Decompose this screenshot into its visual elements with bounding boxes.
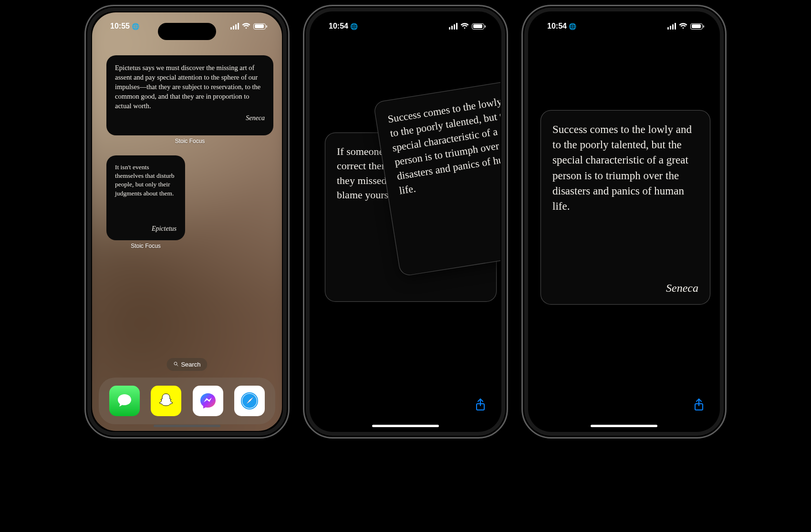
widget-small-label: Stoic Focus — [106, 243, 185, 249]
battery-icon — [472, 23, 484, 30]
widget-large-author: Seneca — [115, 111, 265, 122]
wifi-icon — [679, 23, 687, 30]
snapchat-app-icon[interactable] — [151, 386, 181, 416]
spotlight-search-button[interactable]: Search — [166, 358, 207, 371]
mute-switch[interactable] — [303, 68, 304, 82]
stoic-focus-widget-large[interactable]: Epictetus says we must discover the miss… — [106, 55, 273, 135]
dynamic-island[interactable] — [376, 23, 435, 40]
quote-author: Seneca — [552, 282, 698, 295]
location-services-icon: 🌐 — [132, 23, 139, 30]
quote-card[interactable]: Success comes to the lowly and to the po… — [541, 110, 710, 305]
screen-home: 10:55 🌐 Epictetus says we must discover … — [92, 12, 282, 431]
share-button[interactable] — [475, 398, 486, 414]
power-button[interactable] — [507, 102, 508, 143]
power-button[interactable] — [725, 102, 727, 143]
location-services-icon: 🌐 — [569, 23, 576, 30]
svg-line-1 — [177, 365, 178, 366]
home-indicator[interactable] — [154, 425, 220, 427]
home-indicator[interactable] — [372, 425, 439, 427]
battery-icon — [253, 23, 266, 30]
cellular-signal-icon — [230, 23, 239, 30]
safari-app-icon[interactable] — [234, 386, 265, 416]
mute-switch[interactable] — [84, 68, 86, 82]
home-indicator[interactable] — [591, 425, 657, 427]
power-button[interactable] — [288, 102, 290, 143]
phone-frame-home: 10:55 🌐 Epictetus says we must discover … — [84, 5, 290, 439]
dynamic-island[interactable] — [595, 23, 653, 40]
status-time: 10:55 — [110, 22, 130, 31]
share-button[interactable] — [693, 398, 705, 414]
mute-switch[interactable] — [521, 68, 523, 82]
quote-text: Success comes to the lowly and to the po… — [552, 122, 698, 214]
widget-large-quote: Epictetus says we must discover the miss… — [115, 63, 265, 111]
volume-up-button[interactable] — [521, 90, 523, 116]
screen-app-stack: 10:54 🌐 If someone is slipping, kindly c… — [311, 12, 500, 431]
dock — [99, 378, 275, 424]
messages-app-icon[interactable] — [109, 386, 140, 416]
location-services-icon: 🌐 — [350, 23, 358, 30]
volume-up-button[interactable] — [303, 90, 304, 116]
messenger-app-icon[interactable] — [193, 386, 223, 416]
volume-down-button[interactable] — [521, 123, 523, 149]
widget-small-quote: It isn't events themselves that disturb … — [115, 163, 177, 221]
volume-down-button[interactable] — [84, 123, 86, 149]
wifi-icon — [242, 23, 250, 30]
status-time: 10:54 — [329, 22, 348, 31]
volume-up-button[interactable] — [84, 90, 86, 116]
cellular-signal-icon — [667, 23, 676, 30]
wifi-icon — [460, 23, 469, 30]
widget-small-author: Epictetus — [115, 221, 177, 233]
phone-frame-app-stack: 10:54 🌐 If someone is slipping, kindly c… — [303, 5, 508, 439]
battery-icon — [690, 23, 703, 30]
status-time: 10:54 — [547, 22, 567, 31]
dynamic-island[interactable] — [158, 23, 216, 40]
stoic-focus-widget-small[interactable]: It isn't events themselves that disturb … — [106, 155, 185, 240]
widget-large-label: Stoic Focus — [92, 138, 282, 144]
phone-frame-app-single: 10:54 🌐 Success comes to the lowly and t… — [521, 5, 727, 439]
screen-app-single: 10:54 🌐 Success comes to the lowly and t… — [529, 12, 719, 431]
search-label: Search — [181, 361, 200, 368]
cellular-signal-icon — [449, 23, 457, 30]
quote-text: Success comes to the lowly and to the po… — [387, 91, 500, 198]
volume-down-button[interactable] — [303, 123, 304, 149]
magnifying-glass-icon — [173, 361, 178, 368]
